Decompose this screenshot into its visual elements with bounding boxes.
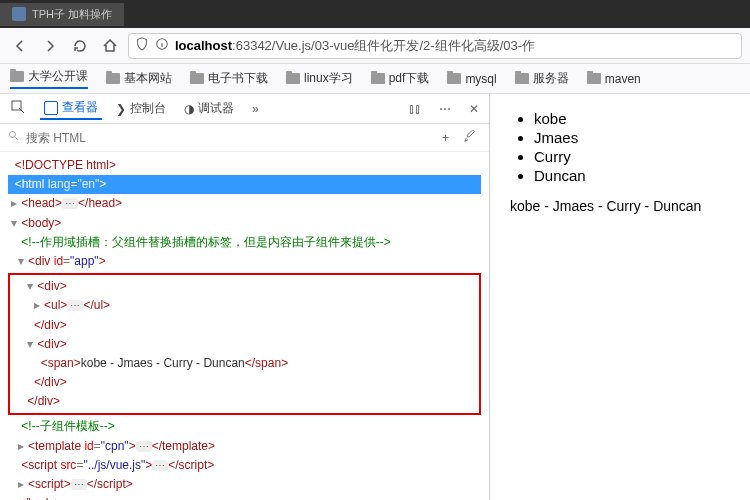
- add-icon[interactable]: +: [438, 131, 453, 145]
- rendered-page: kobe Jmaes Curry Duncan kobe - Jmaes - C…: [490, 94, 750, 500]
- folder-icon: [106, 73, 120, 84]
- bookmarks-bar: 大学公开课 基本网站 电子书下载 linux学习 pdf下载 mysql 服务器…: [0, 64, 750, 94]
- url-bar[interactable]: localhost:63342/Vue.js/03-vue组件化开发/2-组件化…: [128, 33, 742, 59]
- list-item: Duncan: [534, 167, 730, 184]
- code-line[interactable]: <!--作用域插槽：父组件替换插槽的标签，但是内容由子组件来提供-->: [8, 233, 481, 252]
- name-list: kobe Jmaes Curry Duncan: [510, 110, 730, 184]
- code-line[interactable]: ▾<div>: [14, 277, 475, 296]
- responsive-icon[interactable]: ⫿⫿: [405, 102, 425, 116]
- code-line[interactable]: <script src="../js/vue.js">⋯</script>: [8, 456, 481, 475]
- folder-icon: [587, 73, 601, 84]
- code-line[interactable]: ▸<template id="cpn">⋯</template>: [8, 437, 481, 456]
- folder-icon: [371, 73, 385, 84]
- devtools-panel: 查看器 ❯控制台 ◑调试器 » ⫿⫿ ⋯ ✕ + <!DOCTYPE html>…: [0, 94, 490, 500]
- code-line[interactable]: <!DOCTYPE html>: [8, 156, 481, 175]
- bookmark-item[interactable]: 大学公开课: [10, 68, 88, 89]
- tab-favicon: [12, 7, 26, 21]
- browser-tab-bar: TPH子 加料操作: [0, 0, 750, 28]
- tab-console[interactable]: ❯控制台: [112, 98, 170, 119]
- code-line[interactable]: ▸<ul>⋯</ul>: [14, 296, 475, 315]
- code-line[interactable]: <span>kobe - Jmaes - Curry - Duncan</spa…: [14, 354, 475, 373]
- code-line[interactable]: ▾<div id="app">: [8, 252, 481, 271]
- folder-icon: [515, 73, 529, 84]
- tab-debugger[interactable]: ◑调试器: [180, 98, 238, 119]
- bookmark-item[interactable]: mysql: [447, 72, 496, 86]
- bookmark-item[interactable]: pdf下载: [371, 70, 430, 87]
- back-button[interactable]: [8, 34, 32, 58]
- list-item: kobe: [534, 110, 730, 127]
- browser-tab[interactable]: TPH子 加料操作: [0, 3, 124, 26]
- more-tabs-icon[interactable]: »: [248, 102, 263, 116]
- tab-title: TPH子 加料操作: [32, 7, 112, 22]
- close-icon[interactable]: ✕: [465, 102, 483, 116]
- devtools-toolbar: 查看器 ❯控制台 ◑调试器 » ⫿⫿ ⋯ ✕: [0, 94, 489, 124]
- bookmark-item[interactable]: linux学习: [286, 70, 353, 87]
- code-line[interactable]: </div>: [14, 392, 475, 411]
- console-icon: ❯: [116, 102, 126, 116]
- folder-icon: [190, 73, 204, 84]
- element-picker-icon[interactable]: [6, 99, 30, 118]
- folder-icon: [286, 73, 300, 84]
- dom-tree[interactable]: <!DOCTYPE html> <html lang="en"> ▸<head>…: [0, 152, 489, 500]
- code-line-selected[interactable]: <html lang="en">: [8, 175, 481, 194]
- devtools-search: +: [0, 124, 489, 152]
- bookmark-item[interactable]: 基本网站: [106, 70, 172, 87]
- highlighted-region: ▾<div> ▸<ul>⋯</ul> </div> ▾<div> <span>k…: [8, 273, 481, 415]
- navigation-toolbar: localhost:63342/Vue.js/03-vue组件化开发/2-组件化…: [0, 28, 750, 64]
- code-line[interactable]: </div>: [14, 373, 475, 392]
- bookmark-item[interactable]: 服务器: [515, 70, 569, 87]
- inspector-icon: [44, 101, 58, 115]
- code-line[interactable]: </body>: [8, 494, 481, 500]
- code-line[interactable]: ▸<head>⋯</head>: [8, 194, 481, 213]
- shield-icon: [135, 37, 149, 54]
- code-line[interactable]: ▾<body>: [8, 214, 481, 233]
- reload-button[interactable]: [68, 34, 92, 58]
- code-line[interactable]: ▸<script>⋯</script>: [8, 475, 481, 494]
- code-line[interactable]: <!--子组件模板-->: [8, 417, 481, 436]
- forward-button[interactable]: [38, 34, 62, 58]
- info-icon: [155, 37, 169, 54]
- folder-icon: [447, 73, 461, 84]
- bookmark-item[interactable]: 电子书下载: [190, 70, 268, 87]
- svg-point-2: [10, 132, 16, 138]
- home-button[interactable]: [98, 34, 122, 58]
- folder-icon: [10, 71, 24, 82]
- search-input[interactable]: [26, 131, 432, 145]
- list-item: Curry: [534, 148, 730, 165]
- debugger-icon: ◑: [184, 102, 194, 116]
- eyedropper-icon[interactable]: [459, 129, 481, 146]
- tab-inspector[interactable]: 查看器: [40, 97, 102, 120]
- joined-text: kobe - Jmaes - Curry - Duncan: [510, 198, 730, 214]
- bookmark-item[interactable]: maven: [587, 72, 641, 86]
- more-menu-icon[interactable]: ⋯: [435, 102, 455, 116]
- code-line[interactable]: ▾<div>: [14, 335, 475, 354]
- code-line[interactable]: </div>: [14, 316, 475, 335]
- url-text: localhost:63342/Vue.js/03-vue组件化开发/2-组件化…: [175, 37, 535, 55]
- search-icon: [8, 130, 20, 145]
- list-item: Jmaes: [534, 129, 730, 146]
